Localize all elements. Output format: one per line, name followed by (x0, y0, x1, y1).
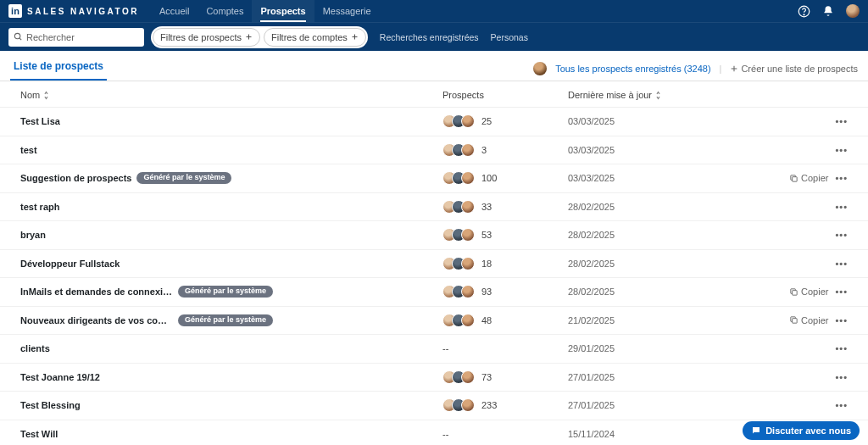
row-date: 28/02/2025 (568, 286, 737, 297)
prospect-count: 93 (481, 286, 492, 297)
nav-home[interactable]: Accueil (151, 0, 198, 22)
create-list-link[interactable]: Créer une liste de prospects (730, 64, 858, 74)
row-name: bryan (20, 230, 46, 240)
face-stack (442, 257, 475, 270)
table-body: Test Lisa2503/03/2025•••test303/03/2025•… (0, 108, 868, 445)
more-menu[interactable]: ••• (835, 315, 848, 325)
row-name: Test Joanne 19/12 (20, 372, 100, 382)
linkedin-logo: in (8, 4, 22, 18)
table-row[interactable]: test raph3328/02/2025••• (0, 193, 868, 222)
row-date: 28/02/2025 (568, 259, 737, 269)
more-menu[interactable]: ••• (835, 116, 848, 126)
copy-button[interactable]: Copier (789, 315, 828, 325)
plus-icon (730, 64, 738, 73)
topbar: in SALES NAVIGATOR Accueil Comptes Prosp… (0, 0, 868, 22)
user-avatar[interactable] (846, 4, 860, 18)
row-name: test (20, 145, 37, 155)
svg-line-3 (19, 38, 21, 40)
more-menu[interactable]: ••• (835, 202, 848, 212)
svg-rect-12 (793, 319, 798, 324)
table-row[interactable]: InMails et demandes de connexion accepté… (0, 278, 868, 307)
more-menu[interactable]: ••• (835, 230, 848, 240)
all-saved-prospects-link[interactable]: Tous les prospects enregistrés (3248) (555, 64, 710, 74)
sort-icon (42, 91, 50, 100)
table-row[interactable]: Test Blessing23327/01/2025••• (0, 392, 868, 420)
plus-icon (245, 33, 253, 41)
row-date: 03/03/2025 (568, 145, 737, 155)
prospect-count: 25 (481, 116, 492, 126)
more-menu[interactable]: ••• (835, 286, 848, 297)
prospect-count: -- (442, 343, 448, 353)
face-stack (442, 314, 475, 327)
bell-icon[interactable] (822, 5, 834, 17)
prospect-count: -- (442, 429, 448, 439)
nav-messaging[interactable]: Messagerie (314, 0, 380, 22)
chat-icon (751, 426, 761, 436)
svg-rect-11 (793, 290, 798, 295)
row-name: Test Will (20, 429, 58, 439)
nav-prospects[interactable]: Prospects (252, 0, 314, 22)
prospect-count: 100 (481, 173, 497, 183)
row-name: InMails et demandes de connexion accepté… (20, 286, 173, 297)
prospect-count: 33 (481, 202, 492, 212)
row-date: 29/01/2025 (568, 343, 737, 353)
account-filters-button[interactable]: Filtres de comptes (264, 28, 366, 47)
face-stack (442, 200, 475, 214)
face-stack (442, 285, 475, 298)
col-prospects-header[interactable]: Prospects (442, 90, 568, 100)
row-date: 28/02/2025 (568, 230, 737, 240)
svg-point-2 (14, 33, 19, 38)
chat-button[interactable]: Discuter avec nous (743, 421, 860, 440)
filterbar: Rechercher Filtres de prospects Filtres … (0, 22, 868, 51)
system-badge: Généré par le système (136, 172, 231, 184)
row-date: 28/02/2025 (568, 202, 737, 212)
more-menu[interactable]: ••• (835, 173, 848, 183)
search-icon (14, 32, 23, 42)
tab-list-prospects[interactable]: Liste de prospects (10, 60, 107, 81)
saved-searches-link[interactable]: Recherches enregistrées (380, 32, 479, 42)
more-menu[interactable]: ••• (835, 400, 848, 410)
help-icon[interactable] (798, 5, 810, 18)
row-date: 15/11/2024 (568, 429, 737, 439)
table-row[interactable]: bryan5328/02/2025••• (0, 221, 868, 250)
face-stack (442, 143, 475, 157)
row-name: clients (20, 343, 50, 353)
col-name-header[interactable]: Nom (20, 90, 442, 100)
col-updated-header[interactable]: Dernière mise à jour (568, 90, 848, 100)
prospect-count: 53 (481, 230, 492, 240)
nav-accounts[interactable]: Comptes (198, 0, 252, 22)
svg-rect-10 (793, 176, 798, 181)
prospect-count: 73 (481, 372, 492, 382)
search-placeholder: Rechercher (26, 32, 75, 42)
face-stack (442, 228, 475, 242)
table-row[interactable]: Développeur Fullstack1828/02/2025••• (0, 250, 868, 279)
prospect-filters-button[interactable]: Filtres de prospects (153, 28, 260, 47)
table-row[interactable]: Test Will--15/11/2024••• (0, 420, 868, 446)
table-row[interactable]: clients--29/01/2025••• (0, 335, 868, 364)
face-stack (442, 171, 475, 185)
table-row[interactable]: Test Lisa2503/03/2025••• (0, 108, 868, 136)
copy-button[interactable]: Copier (789, 286, 828, 297)
subheader: Liste de prospects Tous les prospects en… (0, 51, 868, 81)
table-row[interactable]: test303/03/2025••• (0, 136, 868, 165)
system-badge: Généré par le système (178, 314, 273, 326)
row-date: 27/01/2025 (568, 400, 737, 410)
face-stack (442, 114, 475, 128)
table-header: Nom Prospects Dernière mise à jour (0, 81, 868, 108)
search-input[interactable]: Rechercher (8, 28, 144, 47)
copy-button[interactable]: Copier (789, 173, 828, 183)
row-date: 21/02/2025 (568, 315, 737, 325)
table-row[interactable]: Nouveaux dirigeants de vos comptes enreg… (0, 307, 868, 336)
row-date: 03/03/2025 (568, 173, 737, 183)
more-menu[interactable]: ••• (835, 372, 848, 382)
svg-point-1 (804, 14, 804, 14)
more-menu[interactable]: ••• (835, 259, 848, 269)
prospect-count: 233 (481, 400, 497, 410)
table-row[interactable]: Suggestion de prospectsGénéré par le sys… (0, 164, 868, 193)
table-row[interactable]: Test Joanne 19/127327/01/2025••• (0, 364, 868, 392)
personas-link[interactable]: Personas (491, 32, 528, 42)
more-menu[interactable]: ••• (835, 145, 848, 155)
row-name: Test Blessing (20, 400, 81, 410)
more-menu[interactable]: ••• (835, 343, 848, 353)
row-date: 03/03/2025 (568, 116, 737, 126)
